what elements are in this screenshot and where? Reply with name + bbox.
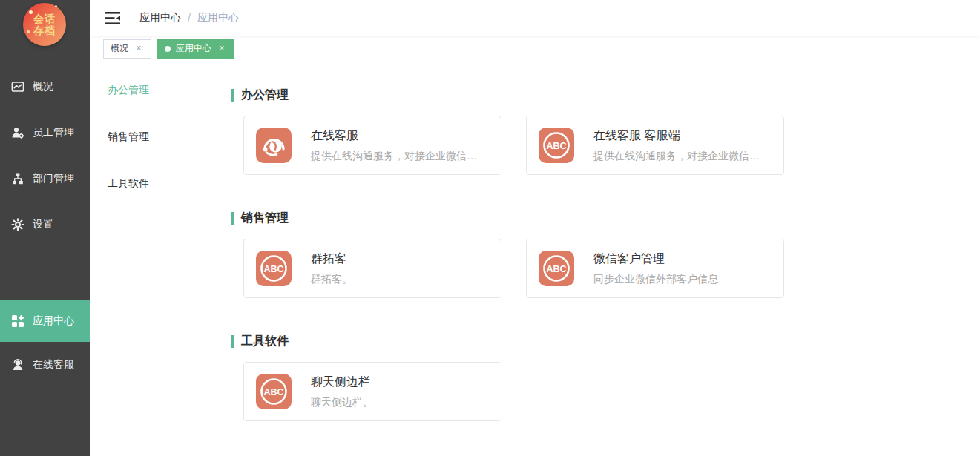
logo-text-line1: 会话 bbox=[33, 13, 56, 24]
user-gear-icon bbox=[11, 126, 24, 139]
svg-text:ABC: ABC bbox=[546, 264, 566, 274]
sidebar-item-label: 概况 bbox=[33, 80, 53, 93]
close-icon[interactable]: × bbox=[217, 44, 227, 54]
app-card-online-service[interactable]: 在线客服 提供在线沟通服务，对接企业微信… bbox=[243, 116, 501, 175]
sidebar-item-overview[interactable]: 概况 bbox=[0, 64, 90, 110]
sidebar-item-departments[interactable]: 部门管理 bbox=[0, 156, 90, 202]
top-navbar: 应用中心 / 应用中心 bbox=[90, 0, 980, 36]
card-text: 聊天侧边栏 聊天侧边栏。 bbox=[311, 374, 373, 409]
active-dot-icon bbox=[165, 46, 171, 52]
section-heading: 销售管理 bbox=[231, 211, 980, 226]
category-menu: 办公管理 销售管理 工具软件 bbox=[90, 62, 214, 456]
category-item-label: 工具软件 bbox=[108, 177, 149, 191]
section-sales: 销售管理 ABC 群拓客 群拓客。 bbox=[231, 211, 980, 298]
app-name: 聊天侧边栏 bbox=[311, 374, 373, 390]
main-sidebar: 会话 存档 概况 员工管理 bbox=[0, 0, 90, 456]
section-accent-bar bbox=[231, 212, 234, 225]
sidebar-item-label: 应用中心 bbox=[33, 314, 74, 328]
svg-text:ABC: ABC bbox=[263, 387, 283, 397]
tags-view-bar: 概况 × 应用中心 × bbox=[90, 36, 980, 62]
app-name: 群拓客 bbox=[311, 251, 352, 267]
section-heading: 办公管理 bbox=[231, 87, 980, 103]
sidebar-item-online-service[interactable]: 在线客服 bbox=[0, 342, 90, 388]
sidebar-item-settings[interactable]: 设置 bbox=[0, 202, 90, 248]
sidebar-item-label: 部门管理 bbox=[33, 172, 74, 185]
logo-badge: 会话 存档 bbox=[23, 3, 66, 46]
category-item-tools[interactable]: 工具软件 bbox=[90, 160, 214, 207]
section-accent-bar bbox=[231, 89, 234, 102]
tab-label: 应用中心 bbox=[176, 42, 211, 55]
card-row: ABC 聊天侧边栏 聊天侧边栏。 bbox=[243, 362, 980, 421]
sidebar-item-label: 员工管理 bbox=[33, 126, 74, 139]
app-panel: 办公管理 在线客服 提供在线沟通服务，对接企业微信… bbox=[214, 62, 980, 456]
section-title: 工具软件 bbox=[241, 334, 289, 349]
chart-icon bbox=[11, 80, 24, 93]
app-logo: 会话 存档 bbox=[0, 0, 90, 64]
card-text: 在线客服 提供在线沟通服务，对接企业微信… bbox=[311, 128, 477, 163]
sidebar-nav: 概况 员工管理 部门管理 设置 bbox=[0, 64, 90, 388]
app-description: 提供在线沟通服务，对接企业微信… bbox=[311, 150, 477, 163]
sidebar-item-app-center[interactable]: 应用中心 bbox=[0, 300, 90, 342]
gear-icon bbox=[11, 218, 24, 231]
breadcrumb-item-current: 应用中心 bbox=[197, 11, 239, 24]
section-tools: 工具软件 ABC 聊天侧边栏 聊天侧边栏。 bbox=[231, 334, 980, 421]
section-heading: 工具软件 bbox=[231, 334, 980, 349]
abc-app-icon: ABC bbox=[256, 374, 292, 409]
tab-overview[interactable]: 概况 × bbox=[103, 39, 151, 59]
sidebar-item-label: 在线客服 bbox=[33, 358, 74, 371]
app-card-online-service-agent[interactable]: ABC 在线客服 客服端 提供在线沟通服务，对接企业微信… bbox=[526, 116, 784, 175]
sidebar-spacer bbox=[0, 248, 90, 300]
section-office: 办公管理 在线客服 提供在线沟通服务，对接企业微信… bbox=[231, 87, 980, 175]
app-card-group-prospecting[interactable]: ABC 群拓客 群拓客。 bbox=[243, 239, 501, 298]
logo-dot bbox=[29, 10, 33, 14]
app-description: 同步企业微信外部客户信息 bbox=[593, 273, 718, 286]
card-text: 群拓客 群拓客。 bbox=[311, 251, 352, 286]
app-name: 在线客服 bbox=[311, 128, 477, 144]
hamburger-icon[interactable] bbox=[105, 12, 120, 24]
breadcrumb-separator: / bbox=[188, 12, 191, 24]
svg-text:ABC: ABC bbox=[546, 141, 566, 151]
support-agent-icon bbox=[11, 358, 24, 371]
category-item-label: 办公管理 bbox=[108, 84, 149, 97]
card-text: 微信客户管理 同步企业微信外部客户信息 bbox=[593, 251, 718, 286]
logo-text-line2: 存档 bbox=[33, 24, 56, 36]
close-icon[interactable]: × bbox=[134, 44, 144, 54]
section-accent-bar bbox=[231, 335, 234, 348]
logo-dot bbox=[55, 5, 57, 7]
svg-text:ABC: ABC bbox=[263, 264, 283, 274]
app-name: 在线客服 客服端 bbox=[593, 128, 760, 144]
headset-service-icon bbox=[256, 128, 292, 163]
app-description: 提供在线沟通服务，对接企业微信… bbox=[593, 150, 760, 163]
main-area: 应用中心 / 应用中心 概况 × 应用中心 × 办公管理 bbox=[90, 0, 980, 456]
card-row: 在线客服 提供在线沟通服务，对接企业微信… ABC 在线客服 客服端 提供在线沟… bbox=[243, 116, 980, 175]
tab-app-center[interactable]: 应用中心 × bbox=[157, 39, 234, 59]
category-item-office[interactable]: 办公管理 bbox=[90, 67, 214, 113]
app-name: 微信客户管理 bbox=[593, 251, 718, 267]
breadcrumb: 应用中心 / 应用中心 bbox=[139, 11, 239, 24]
card-row: ABC 群拓客 群拓客。 ABC 微信客 bbox=[243, 239, 980, 298]
tab-label: 概况 bbox=[111, 42, 128, 55]
logo-dot bbox=[27, 30, 30, 33]
category-item-sales[interactable]: 销售管理 bbox=[90, 113, 214, 160]
app-card-chat-sidebar[interactable]: ABC 聊天侧边栏 聊天侧边栏。 bbox=[243, 362, 501, 421]
sidebar-item-label: 设置 bbox=[33, 218, 53, 231]
org-tree-icon bbox=[11, 172, 24, 185]
abc-app-icon: ABC bbox=[539, 251, 574, 286]
app-description: 群拓客。 bbox=[311, 273, 352, 286]
card-text: 在线客服 客服端 提供在线沟通服务，对接企业微信… bbox=[593, 128, 760, 163]
app-description: 聊天侧边栏。 bbox=[311, 396, 373, 409]
app-card-wechat-customer[interactable]: ABC 微信客户管理 同步企业微信外部客户信息 bbox=[526, 239, 784, 298]
sidebar-item-employees[interactable]: 员工管理 bbox=[0, 110, 90, 156]
breadcrumb-item-app-center[interactable]: 应用中心 bbox=[139, 11, 181, 24]
category-item-label: 销售管理 bbox=[108, 130, 149, 144]
section-title: 办公管理 bbox=[241, 87, 289, 103]
app-grid-icon bbox=[11, 314, 24, 328]
content-area: 办公管理 销售管理 工具软件 办公管理 bbox=[90, 62, 980, 456]
section-title: 销售管理 bbox=[241, 211, 289, 226]
abc-app-icon: ABC bbox=[256, 251, 292, 286]
abc-app-icon: ABC bbox=[539, 128, 574, 163]
app-window: 会话 存档 概况 员工管理 bbox=[0, 0, 980, 456]
